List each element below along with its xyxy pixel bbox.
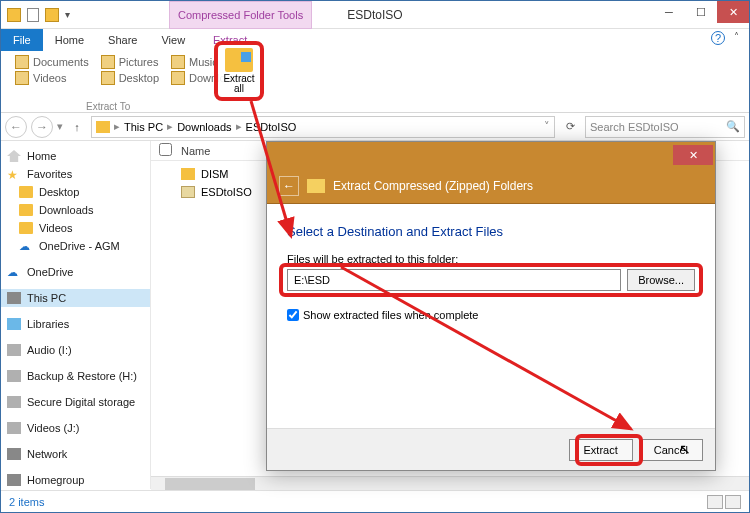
sidebar-downloads[interactable]: Downloads bbox=[1, 201, 150, 219]
search-icon: 🔍 bbox=[726, 120, 740, 133]
archive-icon bbox=[181, 186, 195, 198]
sidebar-desktop[interactable]: Desktop bbox=[1, 183, 150, 201]
extract-dialog: ✕ ← Extract Compressed (Zipped) Folders … bbox=[266, 141, 716, 471]
ribbon-desktop[interactable]: Desktop bbox=[101, 71, 159, 85]
sidebar-thispc[interactable]: This PC bbox=[1, 289, 150, 307]
cancel-button[interactable]: Cancel bbox=[639, 439, 703, 461]
ribbon-group-label: Extract To bbox=[86, 101, 130, 112]
view-large-icon[interactable] bbox=[725, 495, 741, 509]
back-button[interactable]: ← bbox=[5, 116, 27, 138]
ribbon-tabs: File Home Share View Extract bbox=[1, 29, 749, 51]
view-details-icon[interactable] bbox=[707, 495, 723, 509]
contextual-tab: Compressed Folder Tools bbox=[169, 1, 312, 29]
folder-icon bbox=[96, 121, 110, 133]
crumb-esdtoiso[interactable]: ESDtoISO bbox=[246, 121, 297, 133]
forward-button[interactable]: → bbox=[31, 116, 53, 138]
dialog-path-label: Files will be extracted to this folder: bbox=[287, 253, 695, 265]
tab-home[interactable]: Home bbox=[43, 29, 96, 51]
nav-pane: Home ★Favorites Desktop Downloads Videos… bbox=[1, 141, 151, 489]
titlebar: ▾ Compressed Folder Tools ESDtoISO ─ ☐ ✕ bbox=[1, 1, 749, 29]
folder-icon bbox=[181, 168, 195, 180]
search-input[interactable]: Search ESDtoISO 🔍 bbox=[585, 116, 745, 138]
tab-view[interactable]: View bbox=[149, 29, 197, 51]
scrollbar-horizontal[interactable] bbox=[151, 476, 749, 490]
sidebar-libraries[interactable]: Libraries bbox=[1, 315, 150, 333]
wizard-back-icon[interactable]: ← bbox=[279, 176, 299, 196]
qat-newfolder-icon[interactable] bbox=[45, 8, 59, 22]
explorer-icon bbox=[7, 8, 21, 22]
help-icon[interactable]: ? bbox=[711, 31, 725, 45]
sidebar-homegroup[interactable]: Homegroup bbox=[1, 471, 150, 489]
sidebar-videos-drive[interactable]: Videos (J:) bbox=[1, 419, 150, 437]
ribbon: Documents Videos Pictures Desktop Music … bbox=[1, 51, 749, 113]
column-name[interactable]: Name bbox=[181, 145, 210, 157]
maximize-button[interactable]: ☐ bbox=[685, 1, 717, 23]
destination-input[interactable] bbox=[287, 269, 621, 291]
dialog-title: Extract Compressed (Zipped) Folders bbox=[333, 179, 533, 193]
status-bar: 2 items bbox=[1, 490, 749, 512]
address-chevron-icon[interactable]: ˅ bbox=[544, 120, 550, 133]
nav-bar: ← → ▾ ↑ ▸ This PC ▸ Downloads ▸ ESDtoISO… bbox=[1, 113, 749, 141]
scrollbar-thumb[interactable] bbox=[165, 478, 255, 490]
window-controls: ─ ☐ ✕ bbox=[653, 1, 749, 23]
sidebar-backup[interactable]: Backup & Restore (H:) bbox=[1, 367, 150, 385]
sidebar-videos[interactable]: Videos bbox=[1, 219, 150, 237]
sidebar-onedrive[interactable]: ☁OneDrive bbox=[1, 263, 150, 281]
crumb-pc[interactable]: This PC bbox=[124, 121, 163, 133]
extract-all-icon bbox=[225, 48, 253, 72]
up-button[interactable]: ↑ bbox=[67, 117, 87, 137]
dialog-footer: Extract Cancel bbox=[267, 428, 715, 470]
zip-folder-icon bbox=[307, 179, 325, 193]
window-title: ESDtoISO bbox=[347, 8, 402, 22]
status-count: 2 items bbox=[9, 496, 44, 508]
ribbon-pictures[interactable]: Pictures bbox=[101, 55, 159, 69]
tab-share[interactable]: Share bbox=[96, 29, 149, 51]
close-button[interactable]: ✕ bbox=[717, 1, 749, 23]
extract-button[interactable]: Extract bbox=[569, 439, 633, 461]
history-chevron-icon[interactable]: ▾ bbox=[57, 120, 63, 133]
minimize-button[interactable]: ─ bbox=[653, 1, 685, 23]
sidebar-favorites[interactable]: ★Favorites bbox=[1, 165, 150, 183]
extract-all-button[interactable]: Extractall bbox=[214, 41, 264, 101]
sidebar-audio[interactable]: Audio (I:) bbox=[1, 341, 150, 359]
sidebar-onedrive-agm[interactable]: ☁OneDrive - AGM bbox=[1, 237, 150, 255]
dialog-heading: Select a Destination and Extract Files bbox=[287, 224, 695, 239]
qat-chevron-icon[interactable]: ▾ bbox=[65, 9, 70, 20]
select-all-checkbox[interactable] bbox=[159, 143, 172, 156]
qat: ▾ bbox=[1, 8, 76, 22]
address-bar[interactable]: ▸ This PC ▸ Downloads ▸ ESDtoISO ˅ bbox=[91, 116, 555, 138]
qat-props-icon[interactable] bbox=[27, 8, 39, 22]
extract-all-label: Extractall bbox=[223, 74, 254, 94]
ribbon-collapse-icon[interactable]: ˄ bbox=[734, 31, 739, 42]
tab-file[interactable]: File bbox=[1, 29, 43, 51]
show-files-checkbox[interactable]: Show extracted files when complete bbox=[287, 309, 695, 321]
dialog-banner: ← Extract Compressed (Zipped) Folders bbox=[267, 168, 715, 204]
cursor-icon: ↖ bbox=[679, 441, 691, 457]
browse-button[interactable]: Browse... bbox=[627, 269, 695, 291]
ribbon-videos[interactable]: Videos bbox=[15, 71, 89, 85]
refresh-button[interactable]: ⟳ bbox=[559, 116, 581, 138]
show-files-check[interactable] bbox=[287, 309, 299, 321]
crumb-downloads[interactable]: Downloads bbox=[177, 121, 231, 133]
sidebar-sd[interactable]: Secure Digital storage bbox=[1, 393, 150, 411]
ribbon-documents[interactable]: Documents bbox=[15, 55, 89, 69]
dialog-titlebar[interactable]: ✕ bbox=[267, 142, 715, 168]
sidebar-home[interactable]: Home bbox=[1, 147, 150, 165]
dialog-close-button[interactable]: ✕ bbox=[673, 145, 713, 165]
sidebar-network[interactable]: Network bbox=[1, 445, 150, 463]
search-placeholder: Search ESDtoISO bbox=[590, 121, 679, 133]
